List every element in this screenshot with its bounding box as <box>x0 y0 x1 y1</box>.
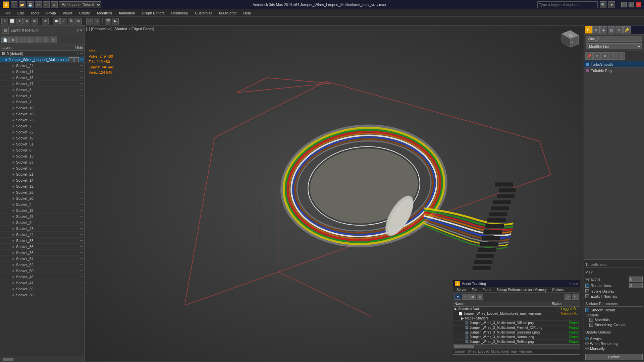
workspace-selector[interactable]: Workspace: Default <box>59 1 101 8</box>
layer-socket-socket-4[interactable]: ◈Socket_4··· <box>0 201 84 207</box>
undo-btn[interactable]: ↩ <box>35 1 42 8</box>
always-radio[interactable] <box>585 337 589 340</box>
layer-create-btn[interactable]: 📄 <box>1 37 9 43</box>
layer-socket-socket-18[interactable]: ◈Socket_18··· <box>0 111 84 117</box>
undo-scene-btn[interactable]: ↩ <box>86 18 93 24</box>
render-iters-checkbox[interactable] <box>585 284 589 288</box>
asset-menu-paths[interactable]: Paths <box>480 288 494 292</box>
menu-edit[interactable]: Edit <box>14 10 27 16</box>
redo-scene-btn[interactable]: ↪ <box>94 18 100 24</box>
layer-scrollbar[interactable] <box>0 357 84 361</box>
layer-main-object[interactable]: ◈ Jumper_Wires_Looped_Multicolored ··· <box>0 57 84 63</box>
mod-remove-btn[interactable]: ✕ <box>601 52 609 60</box>
layer-socket-socket-53[interactable]: ◈Socket_53··· <box>0 238 84 244</box>
select-btn[interactable]: ↖ <box>1 18 8 24</box>
snap-btn[interactable]: 🔲 <box>53 18 60 24</box>
layer-socket-socket-5[interactable]: ◈Socket_5··· <box>0 87 84 93</box>
layer-socket-socket-14[interactable]: ◈Socket_14··· <box>0 177 84 183</box>
asset-menu-options[interactable]: Options <box>549 288 566 292</box>
menu-animation[interactable]: Animation <box>115 10 139 16</box>
layer-options-btn[interactable]: ≡ <box>50 37 57 43</box>
layer-move-down-btn[interactable]: ↓ <box>42 37 49 43</box>
asset-main-file-row[interactable]: 📄 Jumper_Wires_Looped_Multicolored_max_v… <box>453 311 580 316</box>
isoline-checkbox[interactable] <box>585 289 589 293</box>
layer-socket-socket-51[interactable]: ◈Socket_51··· <box>0 141 84 147</box>
layer-socket-socket-8[interactable]: ◈Socket_8··· <box>0 147 84 153</box>
asset-file-reflect[interactable]: 🖼 Jumper_Wires_3_Multicolored_Reflect.pn… <box>453 340 580 344</box>
smooth-result-checkbox[interactable] <box>585 308 589 312</box>
asset-btn-1[interactable]: ■ <box>454 294 461 300</box>
layer-default[interactable]: ▤ 0 (default) ✓ ··· <box>0 51 84 57</box>
menu-customize[interactable]: Customize <box>192 10 216 16</box>
rp-icon-5[interactable]: ≡ <box>615 26 623 34</box>
asset-btn-4[interactable]: ▤ <box>477 294 483 300</box>
layer-socket-socket-54[interactable]: ◈Socket_54··· <box>0 256 84 262</box>
menu-file[interactable]: File <box>1 10 14 16</box>
rp-icon-4[interactable]: ▤ <box>608 26 615 34</box>
menu-tools[interactable]: Tools <box>27 10 43 16</box>
ref-coord-btn[interactable]: 👁 <box>42 18 49 24</box>
layer-socket-socket-13[interactable]: ◈Socket_13··· <box>0 153 84 159</box>
mod-move-up-btn[interactable]: ↑ <box>609 52 617 60</box>
select-region-btn[interactable]: ⬜ <box>9 18 15 24</box>
layer-socket-socket-36[interactable]: ◈Socket_36··· <box>0 244 84 250</box>
iterations-input[interactable] <box>629 277 643 282</box>
menu-rendering[interactable]: Rendering <box>168 10 192 16</box>
layer-socket-socket-16[interactable]: ◈Socket_16··· <box>0 75 84 81</box>
render-iters-input[interactable] <box>629 283 643 288</box>
asset-help-btn[interactable]: ? <box>565 294 571 300</box>
rotate-btn[interactable]: ↻ <box>23 18 30 24</box>
redo-btn[interactable]: ↪ <box>43 1 50 8</box>
menu-views[interactable]: Views <box>59 10 76 16</box>
asset-btn-3[interactable]: ⊞ <box>469 294 476 300</box>
asset-panel-header[interactable]: 3 Asset Tracking ─ □ × <box>453 280 580 287</box>
layer-delete-btn[interactable]: ✕ <box>9 37 17 43</box>
render-btn[interactable]: ▶ <box>112 18 119 24</box>
modifier-name-input[interactable] <box>586 36 642 42</box>
move-btn[interactable]: ✛ <box>16 18 23 24</box>
search-input[interactable] <box>537 1 598 8</box>
asset-restore-btn[interactable]: □ <box>573 282 575 286</box>
layer-socket-socket-30[interactable]: ◈Socket_30··· <box>0 292 84 298</box>
asset-file-fresnel[interactable]: 🖼 Jumper_Wires_3_Multicolored_Fresnel_IO… <box>453 325 580 330</box>
layer-socket-socket-11[interactable]: ◈Socket_11··· <box>0 69 84 75</box>
menu-help[interactable]: Help <box>240 10 254 16</box>
rp-icon-2[interactable]: ⚙ <box>592 26 600 34</box>
layer-socket-socket-22[interactable]: ◈Socket_22··· <box>0 129 84 135</box>
asset-vault-row[interactable]: ▶ Autodesk Vault Logged O... <box>453 307 580 311</box>
asset-file-diffuse[interactable]: 🖼 Jumper_Wires_3_Multicolored_Diffuse.pn… <box>453 321 580 325</box>
layer-socket-socket-50[interactable]: ◈Socket_50··· <box>0 268 84 274</box>
asset-refresh-btn[interactable]: ↻ <box>572 294 579 300</box>
close-btn[interactable]: × <box>636 2 641 7</box>
asset-menu-bitmap[interactable]: Bitmap Performance and Memory <box>494 288 549 292</box>
mod-pin-btn[interactable]: 📌 <box>585 52 593 60</box>
save-btn[interactable]: 💾 <box>27 1 34 8</box>
search-btn[interactable]: 🔍 <box>600 1 606 8</box>
layer-socket-socket-7[interactable]: ◈Socket_7··· <box>0 99 84 105</box>
menu-graph-editors[interactable]: Graph Editors <box>139 10 168 16</box>
scene-states-btn[interactable]: ≡ <box>51 1 58 8</box>
layer-socket-socket-12[interactable]: ◈Socket_12··· <box>0 183 84 189</box>
layer-socket-socket-1[interactable]: ◈Socket_1··· <box>0 93 84 99</box>
layer-socket-socket-20[interactable]: ◈Socket_20··· <box>0 195 84 201</box>
layer-help-btn[interactable]: ? <box>76 28 78 32</box>
asset-btn-2[interactable]: ≡ <box>462 294 469 300</box>
mod-move-down-btn[interactable]: ↓ <box>618 52 625 60</box>
render-setup-btn[interactable]: 🎬 <box>105 18 111 24</box>
minimize-btn[interactable]: ─ <box>621 2 627 7</box>
smoothing-groups-checkbox[interactable] <box>589 323 593 327</box>
menu-modifiers[interactable]: Modifiers <box>94 10 115 16</box>
layer-obj-lock[interactable] <box>74 57 79 62</box>
layer-socket-socket-23[interactable]: ◈Socket_23··· <box>0 117 84 123</box>
asset-file-normal[interactable]: 🖼 Jumper_Wires_3_Multicolored_Normal.png… <box>453 335 580 340</box>
layer-close-btn[interactable]: × <box>80 28 82 32</box>
layer-socket-socket-27[interactable]: ◈Socket_27··· <box>0 159 84 165</box>
search-options-btn[interactable]: ▼ <box>608 1 615 8</box>
update-button[interactable]: Update <box>585 354 643 360</box>
layer-socket-socket-46[interactable]: ◈Socket_46··· <box>0 274 84 280</box>
layer-socket-socket-10[interactable]: ◈Socket_10··· <box>0 105 84 111</box>
asset-maps-folder[interactable]: ▶ Maps / Shaders <box>453 316 580 321</box>
layer-obj-visibility[interactable] <box>69 57 73 62</box>
layer-socket-socket-39[interactable]: ◈Socket_39··· <box>0 286 84 292</box>
layer-socket-socket-47[interactable]: ◈Socket_47··· <box>0 280 84 286</box>
